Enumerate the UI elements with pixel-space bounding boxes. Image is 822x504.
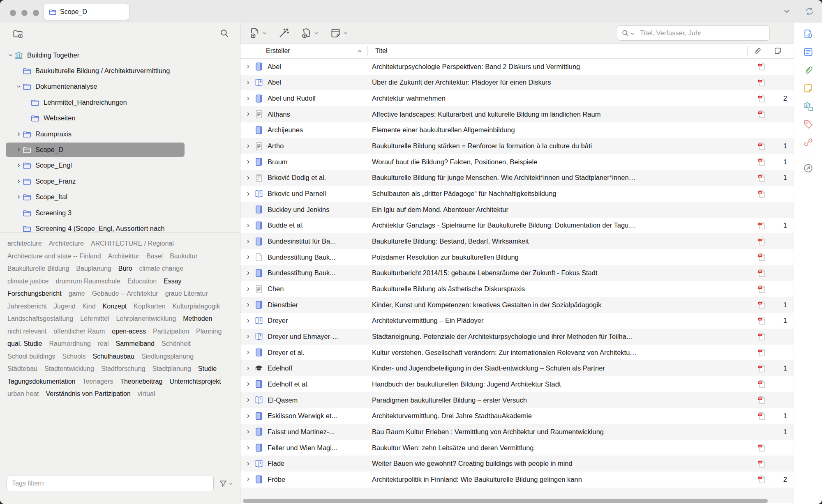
item-row[interactable]: Brkovic und ParnellSchulbauten als „drit…: [240, 186, 794, 202]
tag-item[interactable]: Schönheit: [162, 338, 191, 350]
item-row[interactable]: Dreyer und Ehmayer-...Stadtaneignung. Po…: [240, 329, 794, 345]
tag-item[interactable]: Siedlungsplanung: [141, 350, 194, 363]
collection-row[interactable]: Dokumentenanalyse: [0, 79, 240, 94]
column-header-creator[interactable]: Ersteller: [266, 47, 290, 55]
item-row[interactable]: EdelhoffKinder- und Jugendbeteiligung in…: [240, 360, 794, 376]
tag-item[interactable]: öffentlicher Raum: [53, 325, 105, 338]
tag-item[interactable]: Architektur: [108, 250, 139, 263]
tag-filter-input[interactable]: [7, 476, 214, 491]
tag-item[interactable]: Partizipation: [153, 325, 189, 338]
expand-chevron-icon[interactable]: [246, 287, 254, 292]
add-attachment-button[interactable]: [300, 27, 319, 39]
item-row[interactable]: Abel und RudolfArchitektur wahrnehmen2: [240, 90, 794, 106]
expand-chevron-icon[interactable]: [246, 334, 254, 339]
collection-row[interactable]: Lehrmittel_Handreichungen: [0, 94, 240, 110]
tab-list-chevron-icon[interactable]: [783, 7, 791, 15]
item-row[interactable]: ChenBaukulturelle Bildung als ästhetisch…: [240, 281, 794, 297]
tag-item[interactable]: real: [98, 338, 109, 350]
tag-item[interactable]: Schools: [62, 350, 86, 363]
collection-row[interactable]: Raumpraxis: [0, 126, 240, 142]
new-item-button[interactable]: [249, 27, 267, 39]
tags-icon[interactable]: [803, 119, 814, 130]
related-icon[interactable]: [803, 137, 814, 148]
tag-item[interactable]: climate change: [139, 262, 184, 275]
tag-item[interactable]: game: [69, 288, 85, 300]
expand-chevron-icon[interactable]: [246, 477, 254, 482]
item-row[interactable]: ArchijeunesElemente einer baukulturellen…: [240, 122, 794, 138]
attachments-icon[interactable]: [803, 64, 814, 76]
expand-chevron-icon[interactable]: [246, 429, 254, 434]
tag-item[interactable]: drumrum Raumschule: [55, 275, 120, 288]
tag-item[interactable]: Schulhausbau: [92, 350, 134, 363]
expand-chevron-icon[interactable]: [246, 112, 254, 117]
expand-chevron-icon[interactable]: [246, 302, 254, 307]
tag-item[interactable]: virtual: [138, 388, 155, 400]
collection-row[interactable]: Building Together: [0, 47, 240, 63]
tag-item[interactable]: Stadtforschung: [101, 363, 145, 375]
sync-icon[interactable]: [804, 6, 815, 16]
expand-chevron-icon[interactable]: [246, 350, 254, 355]
column-divider[interactable]: [367, 46, 368, 56]
column-divider[interactable]: [747, 46, 748, 56]
libraries-collections-icon[interactable]: [803, 101, 814, 112]
expand-chevron-icon[interactable]: [15, 194, 22, 200]
tag-item[interactable]: Verständnis von Partizipation: [46, 388, 131, 400]
tag-item[interactable]: Landschaftsgestaltung: [7, 313, 73, 325]
expand-chevron-icon[interactable]: [15, 178, 22, 184]
item-row[interactable]: Brković Dodig et al.Baukulturelle Bildun…: [240, 170, 794, 186]
tag-item[interactable]: graue Literatur: [165, 288, 208, 300]
item-row[interactable]: Bundesinstitut für Ba...Baukulturelle Bi…: [240, 233, 794, 249]
tag-item[interactable]: Unterrichtsprojekt: [169, 375, 221, 388]
new-note-button[interactable]: [330, 27, 348, 39]
tag-item[interactable]: Methoden: [183, 313, 212, 325]
expand-chevron-icon[interactable]: [246, 366, 254, 371]
tag-item[interactable]: Raumordnung: [49, 338, 91, 350]
tag-item[interactable]: architecture: [7, 237, 42, 250]
expand-chevron-icon[interactable]: [246, 239, 254, 244]
collection-row[interactable]: Scope_Franz: [0, 173, 240, 189]
tag-item[interactable]: Bauplanung: [76, 262, 111, 275]
item-row[interactable]: ArthoBaukulturelle Bildung stärken = Ren…: [240, 138, 794, 154]
tag-item[interactable]: qual. Studie: [7, 338, 42, 350]
items-search-input[interactable]: [639, 29, 765, 37]
tag-item[interactable]: Forschungsbericht: [7, 288, 62, 300]
expand-chevron-icon[interactable]: [246, 318, 254, 323]
tag-item[interactable]: ARCHITECTURE / Regional: [91, 237, 174, 250]
close-window-button[interactable]: [10, 10, 16, 16]
tag-item[interactable]: nicht relevant: [7, 325, 46, 338]
expand-chevron-icon[interactable]: [15, 147, 22, 153]
tag-item[interactable]: Lehrmittel: [80, 313, 109, 325]
item-row[interactable]: FladeWeiter Bauen wie gewohnt? Creating …: [240, 456, 794, 472]
tag-item[interactable]: Gebäude -- Architektur: [92, 288, 158, 300]
new-collection-icon[interactable]: [12, 28, 23, 39]
locate-icon[interactable]: [803, 163, 814, 174]
collapse-chevron-icon[interactable]: [7, 52, 14, 58]
item-row[interactable]: AlthansAffective landscapes: Kulturarbei…: [240, 106, 794, 122]
collection-row[interactable]: Scope_Engl: [0, 158, 240, 173]
expand-chevron-icon[interactable]: [246, 96, 254, 101]
notes-column-icon[interactable]: [774, 46, 782, 55]
search-options-chevron-icon[interactable]: [630, 31, 635, 36]
item-row[interactable]: DienstbierKinder, Kunst und Kompetenzen:…: [240, 297, 794, 313]
tag-item[interactable]: Baukultur: [170, 250, 198, 263]
tag-item[interactable]: Essay: [164, 275, 182, 288]
tag-item[interactable]: Baukulturelle Bildung: [7, 262, 69, 275]
tag-item[interactable]: urban heat: [7, 388, 39, 400]
tag-item[interactable]: Basel: [146, 250, 163, 263]
expand-chevron-icon[interactable]: [246, 382, 254, 387]
expand-chevron-icon[interactable]: [246, 271, 254, 276]
tag-item[interactable]: Jugend: [54, 300, 76, 313]
tag-item[interactable]: open-acess: [112, 325, 146, 338]
expand-chevron-icon[interactable]: [246, 175, 254, 180]
expand-chevron-icon[interactable]: [15, 163, 22, 168]
tag-item[interactable]: Kind: [83, 300, 96, 313]
tag-item[interactable]: Sammelband: [116, 338, 155, 350]
collapse-chevron-icon[interactable]: [15, 84, 22, 90]
item-row[interactable]: Faisst und Martinez-...Bau Raum Kultur E…: [240, 424, 794, 440]
tag-item[interactable]: Kopfkarten: [134, 300, 165, 313]
tag-filter-options[interactable]: [219, 479, 233, 488]
tag-item[interactable]: School buildings: [7, 350, 55, 363]
item-row[interactable]: Buckley und JenkinsEin Iglu auf dem Mond…: [240, 202, 794, 218]
item-row[interactable]: FröbeArchitekturpolitik in Finnland: Wie…: [240, 472, 794, 488]
collection-row[interactable]: Webseiten: [0, 110, 240, 126]
